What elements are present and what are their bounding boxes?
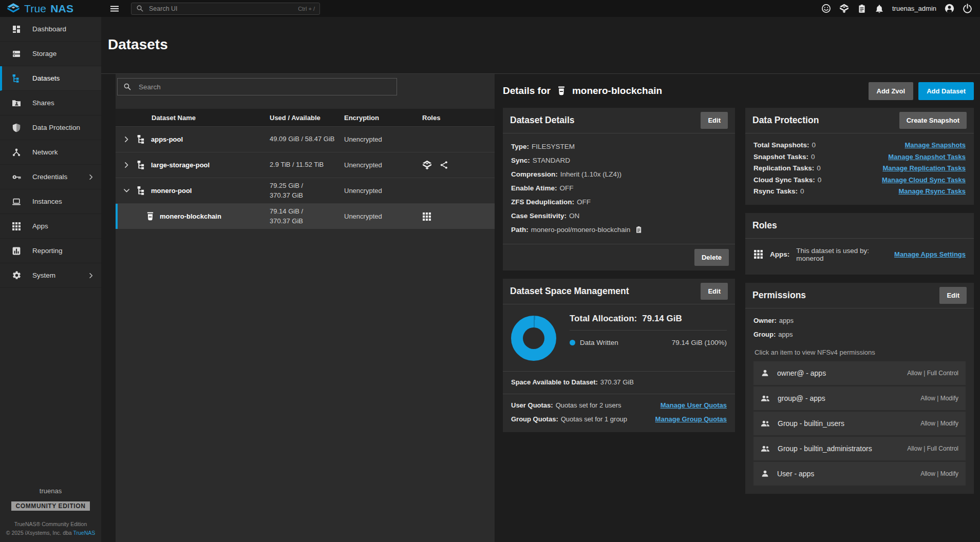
table-row-monero-pool[interactable]: monero-pool 79.25 GiB /370.37 GiB Unencr… — [116, 178, 495, 203]
search-icon — [136, 5, 144, 12]
share-role-icon — [440, 161, 448, 169]
sidebar-item-data-protection[interactable]: Data Protection — [0, 115, 101, 140]
dp-label: Replication Tasks: — [753, 163, 814, 175]
field-label: ZFS Deduplication: — [511, 195, 574, 209]
edit-space-button[interactable]: Edit — [701, 283, 728, 300]
expand-chevron-right-icon[interactable] — [121, 136, 132, 143]
delete-dataset-button[interactable]: Delete — [694, 249, 729, 266]
search-icon — [123, 83, 131, 91]
manage-replication-tasks-link[interactable]: Manage Replication Tasks — [882, 163, 966, 175]
permission-name: owner@ - apps — [777, 369, 826, 377]
sidebar-item-label: Network — [32, 148, 58, 156]
storage-icon — [11, 49, 22, 59]
space-management-card: Dataset Space Management Edit Total Allo… — [503, 279, 735, 432]
sidebar-item-apps[interactable]: Apps — [0, 214, 101, 239]
encryption-value: Unencrypted — [344, 187, 416, 195]
apps-dots-role-icon — [422, 212, 431, 221]
roles-apps-label: Apps: — [770, 250, 789, 258]
sidebar-item-label: Storage — [32, 50, 56, 57]
sidebar-item-instances[interactable]: Instances — [0, 189, 101, 214]
apps-grid-icon — [11, 222, 22, 231]
add-dataset-button[interactable]: Add Dataset — [918, 82, 974, 100]
group-label: Group: — [753, 327, 776, 341]
sidebar-item-label: Dashboard — [32, 25, 66, 33]
page-header: Datasets — [101, 17, 980, 74]
sidebar-item-dashboard[interactable]: Dashboard — [0, 17, 101, 42]
manage-cloud-sync-tasks-link[interactable]: Manage Cloud Sync Tasks — [882, 175, 966, 186]
dataset-name: monero-pool — [151, 187, 192, 195]
chevron-right-icon — [87, 173, 95, 181]
field-value: OFF — [577, 195, 591, 209]
permission-item-builtin-administrators[interactable]: Group - builtin_administrators Allow | F… — [753, 437, 966, 460]
sidebar-item-storage[interactable]: Storage — [0, 42, 101, 66]
gear-icon — [11, 270, 22, 280]
manage-user-quotas-link[interactable]: Manage User Quotas — [661, 398, 727, 412]
permission-name: group@ - apps — [778, 394, 825, 402]
sidebar: Dashboard Storage Datasets Shares Data P… — [0, 17, 101, 542]
edit-dataset-details-button[interactable]: Edit — [701, 112, 728, 129]
page-title: Datasets — [101, 17, 980, 53]
manage-snapshots-link[interactable]: Manage Snapshots — [905, 140, 966, 151]
card-title: Dataset Space Management — [510, 286, 629, 297]
user-avatar-icon[interactable] — [945, 4, 954, 13]
data-written-legend-dot — [570, 340, 575, 345]
feedback-smiley-icon[interactable] — [821, 4, 831, 13]
permission-item-builtin-users[interactable]: Group - builtin_users Allow | Modify — [753, 412, 966, 435]
sidebar-item-label: System — [32, 272, 55, 279]
menu-toggle-icon[interactable] — [107, 2, 122, 15]
edit-permissions-button[interactable]: Edit — [939, 287, 967, 304]
details-title-dataset: monero-blockchain — [572, 85, 662, 96]
manage-rsync-tasks-link[interactable]: Manage Rsync Tasks — [898, 186, 966, 198]
used-available-value: 49.09 GiB / 58.47 GiB — [270, 134, 344, 144]
dp-value: 0 — [811, 151, 815, 163]
permission-item-group-at[interactable]: group@ - apps Allow | Modify — [753, 386, 966, 410]
permission-access: Allow | Full Control — [907, 445, 958, 452]
jobs-clipboard-icon[interactable] — [857, 4, 866, 13]
table-row-monero-blockchain[interactable]: monero-blockchain 79.14 GiB /370.37 GiB … — [116, 203, 495, 229]
create-snapshot-button[interactable]: Create Snapshot — [899, 112, 967, 129]
global-search-input[interactable] — [148, 5, 294, 13]
manage-snapshot-tasks-link[interactable]: Manage Snapshot Tasks — [888, 151, 966, 163]
add-zvol-button[interactable]: Add Zvol — [869, 82, 914, 100]
topbar: TrueNAS Ctrl + / truenas_admin — [0, 0, 980, 17]
user-quotas-value: Quotas set for 2 users — [556, 398, 621, 412]
sidebar-item-shares[interactable]: Shares — [0, 91, 101, 115]
encryption-value: Unencrypted — [344, 212, 416, 220]
card-title: Dataset Details — [510, 115, 574, 126]
roles-card: Roles Apps: This dataset is used by: mon… — [745, 213, 974, 275]
dataset-search-input[interactable] — [138, 83, 391, 91]
column-used-available: Used / Available — [270, 114, 344, 122]
username-label: truenas_admin — [892, 5, 936, 12]
sidebar-item-reporting[interactable]: Reporting — [0, 239, 101, 263]
details-panel: Details for monero-blockchain Add Zvol A… — [495, 74, 980, 542]
dp-label: Cloud Sync Tasks: — [753, 175, 815, 186]
permission-item-user-apps[interactable]: User - apps Allow | Modify — [753, 462, 966, 486]
expand-chevron-right-icon[interactable] — [121, 161, 132, 169]
card-title: Permissions — [752, 290, 806, 301]
hostname-label: truenas — [0, 487, 101, 495]
sidebar-item-datasets[interactable]: Datasets — [0, 66, 101, 91]
table-row-large-storage-pool[interactable]: large-storage-pool 2.9 TiB / 11.52 TiB U… — [116, 152, 495, 178]
space-available-label: Space Available to Dataset: — [511, 378, 598, 387]
manage-group-quotas-link[interactable]: Manage Group Quotas — [655, 412, 727, 426]
truenas-mark-icon[interactable] — [839, 4, 849, 13]
sidebar-item-label: Apps — [32, 222, 48, 230]
search-shortcut-hint: Ctrl + / — [298, 6, 315, 12]
sidebar-item-label: Data Protection — [32, 124, 80, 131]
truenas-link[interactable]: TrueNAS — [73, 530, 95, 536]
dp-value: 0 — [812, 140, 816, 151]
used-available-value: 79.25 GiB / — [270, 181, 344, 191]
permission-item-owner[interactable]: owner@ - apps Allow | Full Control — [753, 361, 966, 385]
sidebar-item-network[interactable]: Network — [0, 140, 101, 165]
sidebar-item-system[interactable]: System — [0, 263, 101, 288]
power-icon[interactable] — [963, 4, 972, 13]
table-row-apps-pool[interactable]: apps-pool 49.09 GiB / 58.47 GiB Unencryp… — [116, 126, 495, 152]
field-label: Enable Atime: — [511, 181, 557, 195]
notifications-bell-icon[interactable] — [875, 4, 884, 13]
manage-apps-settings-link[interactable]: Manage Apps Settings — [894, 250, 966, 258]
collapse-chevron-down-icon[interactable] — [121, 187, 132, 195]
card-title: Data Protection — [752, 115, 819, 126]
copy-path-icon[interactable] — [633, 226, 643, 234]
network-icon — [11, 148, 22, 157]
sidebar-item-credentials[interactable]: Credentials — [0, 165, 101, 189]
